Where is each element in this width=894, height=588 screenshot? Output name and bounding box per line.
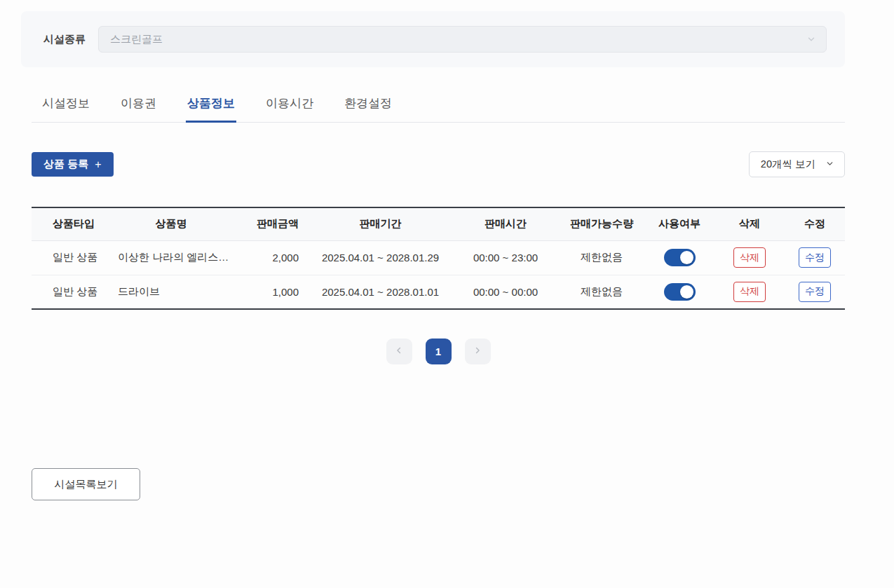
pagination-prev-button[interactable] xyxy=(386,339,412,364)
cell-delete: 삭제 xyxy=(714,275,785,309)
cell-price: 1,000 xyxy=(235,275,309,309)
facility-list-button[interactable]: 시설목록보기 xyxy=(32,468,140,500)
pagination-page-1[interactable]: 1 xyxy=(426,339,452,364)
facility-type-label: 시설종류 xyxy=(43,33,86,46)
register-product-label: 상품 등록 xyxy=(43,158,88,171)
cell-edit: 수정 xyxy=(785,275,845,309)
tab-settings[interactable]: 환경설정 xyxy=(343,91,393,122)
edit-button[interactable]: 수정 xyxy=(799,247,831,268)
cell-time: 00:00 ~ 23:00 xyxy=(452,240,559,275)
toolbar: 상품 등록 + 20개씩 보기 xyxy=(32,151,845,177)
enabled-toggle[interactable] xyxy=(664,249,696,266)
header-time: 판매시간 xyxy=(452,207,559,240)
facility-type-card: 시설종류 스크린골프 xyxy=(21,11,845,67)
page-size-value: 20개씩 보기 xyxy=(761,158,815,171)
header-delete: 삭제 xyxy=(714,207,785,240)
header-product-type: 상품타입 xyxy=(32,207,107,240)
cell-period: 2025.04.01 ~ 2028.01.01 xyxy=(309,275,452,309)
tab-pass[interactable]: 이용권 xyxy=(119,91,158,122)
cell-quantity: 제한없음 xyxy=(559,275,644,309)
delete-button[interactable]: 삭제 xyxy=(733,247,766,268)
pagination-next-button[interactable] xyxy=(465,339,491,364)
header-product-name: 상품명 xyxy=(107,207,235,240)
product-table: 상품타입 상품명 판매금액 판매기간 판매시간 판매가능수량 사용여부 삭제 수… xyxy=(32,207,845,310)
tab-bar: 시설정보 이용권 상품정보 이용시간 환경설정 xyxy=(32,91,845,123)
chevron-down-icon xyxy=(806,34,816,44)
pagination: 1 xyxy=(32,339,845,364)
edit-button[interactable]: 수정 xyxy=(799,282,831,302)
chevron-down-icon xyxy=(825,159,834,170)
cell-quantity: 제한없음 xyxy=(559,240,644,275)
header-edit: 수정 xyxy=(785,207,845,240)
page-size-select[interactable]: 20개씩 보기 xyxy=(749,151,845,177)
cell-product-name: 이상한 나라의 엘리스는 무... xyxy=(107,240,235,275)
cell-time: 00:00 ~ 00:00 xyxy=(452,275,559,309)
table-row: 일반 상품 드라이브 1,000 2025.04.01 ~ 2028.01.01… xyxy=(32,275,845,309)
header-price: 판매금액 xyxy=(235,207,309,240)
register-product-button[interactable]: 상품 등록 + xyxy=(32,152,114,177)
chevron-right-icon xyxy=(473,346,482,357)
cell-product-name: 드라이브 xyxy=(107,275,235,309)
toggle-knob xyxy=(680,285,693,299)
table-header-row: 상품타입 상품명 판매금액 판매기간 판매시간 판매가능수량 사용여부 삭제 수… xyxy=(32,207,845,240)
cell-enabled xyxy=(644,275,714,309)
table-row: 일반 상품 이상한 나라의 엘리스는 무... 2,000 2025.04.01… xyxy=(32,240,845,275)
cell-edit: 수정 xyxy=(785,240,845,275)
facility-type-value: 스크린골프 xyxy=(110,33,163,46)
cell-period: 2025.04.01 ~ 2028.01.29 xyxy=(309,240,452,275)
cell-enabled xyxy=(644,240,714,275)
chevron-left-icon xyxy=(394,346,404,357)
cell-product-type: 일반 상품 xyxy=(32,240,107,275)
tab-facility-info[interactable]: 시설정보 xyxy=(41,91,91,122)
enabled-toggle[interactable] xyxy=(664,283,696,301)
header-quantity: 판매가능수량 xyxy=(559,207,644,240)
plus-icon: + xyxy=(95,158,101,171)
header-enabled: 사용여부 xyxy=(644,207,714,240)
page: 시설종류 스크린골프 시설정보 이용권 상품정보 이용시간 환경설정 상품 등록… xyxy=(0,11,894,500)
cell-product-type: 일반 상품 xyxy=(32,275,107,309)
delete-button[interactable]: 삭제 xyxy=(733,282,766,302)
tab-usage-time[interactable]: 이용시간 xyxy=(264,91,315,122)
cell-price: 2,000 xyxy=(235,240,309,275)
facility-type-select[interactable]: 스크린골프 xyxy=(98,26,827,53)
tab-product-info[interactable]: 상품정보 xyxy=(186,91,236,122)
header-period: 판매기간 xyxy=(309,207,452,240)
toggle-knob xyxy=(680,251,693,264)
cell-delete: 삭제 xyxy=(714,240,785,275)
